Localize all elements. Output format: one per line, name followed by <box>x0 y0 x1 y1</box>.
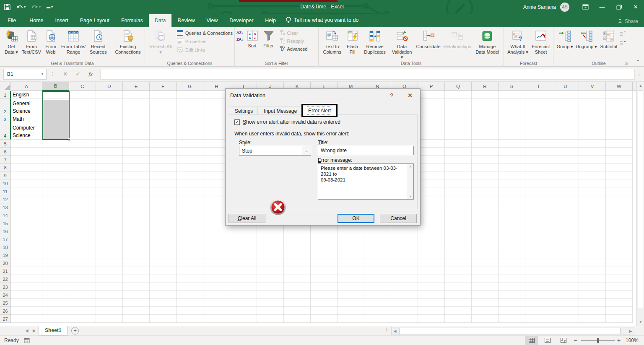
cell-Q15[interactable] <box>445 219 472 227</box>
cell-Q22[interactable] <box>445 275 472 283</box>
cell-D8[interactable] <box>96 163 123 171</box>
get-data-button[interactable]: Get Data ▾ <box>2 28 21 59</box>
cell-B18[interactable] <box>42 243 69 251</box>
new-sheet-button[interactable]: + <box>71 327 79 335</box>
sheet-nav-left-icon[interactable]: ◀ <box>25 328 29 333</box>
cell-V2[interactable] <box>579 99 606 115</box>
cell-J24[interactable] <box>257 291 284 299</box>
undo-button[interactable]: ▾ <box>16 4 26 10</box>
row-header-21[interactable]: 21 <box>0 267 11 275</box>
cell-M21[interactable] <box>338 267 364 275</box>
cell-T27[interactable] <box>525 315 552 323</box>
cell-B4[interactable] <box>42 123 69 140</box>
cell-V16[interactable] <box>579 227 606 235</box>
cell-S17[interactable] <box>499 235 525 243</box>
cell-T21[interactable] <box>525 267 552 275</box>
cell-P22[interactable] <box>418 275 445 283</box>
scroll-up-icon[interactable]: ∧ <box>407 165 414 169</box>
cell-Q23[interactable] <box>445 283 472 291</box>
cell-A5[interactable] <box>11 140 42 148</box>
cell-H16[interactable] <box>203 227 230 235</box>
cell-P5[interactable] <box>418 140 445 148</box>
cell-S16[interactable] <box>499 227 525 235</box>
row-header-9[interactable]: 9 <box>0 171 11 179</box>
scroll-left-icon[interactable]: ◀ <box>392 329 398 333</box>
checkbox-checked-icon[interactable]: ✓ <box>234 119 240 125</box>
cell-F5[interactable] <box>150 140 177 148</box>
zoom-out-button[interactable]: − <box>574 337 577 344</box>
hide-detail-icon[interactable] <box>619 41 626 46</box>
cell-O26[interactable] <box>391 307 418 315</box>
cell-S5[interactable] <box>499 140 525 148</box>
cell-K22[interactable] <box>284 275 311 283</box>
cell-A1[interactable]: English <box>11 91 42 99</box>
cell-J26[interactable] <box>257 307 284 315</box>
cell-B19[interactable] <box>42 251 69 259</box>
cell-R26[interactable] <box>472 307 499 315</box>
cell-P3[interactable] <box>418 115 445 123</box>
tab-view[interactable]: View <box>200 14 223 27</box>
relationships-button[interactable]: Relationships <box>442 28 473 59</box>
cell-W22[interactable] <box>606 275 633 283</box>
cell-G5[interactable] <box>177 140 203 148</box>
cell-F3[interactable] <box>150 115 177 123</box>
dialog-close-button[interactable]: ✕ <box>405 92 415 99</box>
tab-review[interactable]: Review <box>171 14 200 27</box>
cell-H19[interactable] <box>203 251 230 259</box>
cell-M25[interactable] <box>338 299 364 307</box>
cell-K26[interactable] <box>284 307 311 315</box>
cell-M26[interactable] <box>338 307 364 315</box>
column-header-A[interactable]: A <box>11 82 42 91</box>
cell-G7[interactable] <box>177 156 203 163</box>
cell-S9[interactable] <box>499 171 525 179</box>
queries-connections-button[interactable]: Queries & Connections <box>177 30 233 36</box>
cell-D12[interactable] <box>96 195 123 203</box>
cell-R22[interactable] <box>472 275 499 283</box>
cell-E9[interactable] <box>123 171 150 179</box>
cell-C4[interactable] <box>69 123 96 140</box>
cell-L19[interactable] <box>311 251 338 259</box>
cell-A11[interactable] <box>11 187 42 195</box>
cell-A24[interactable] <box>11 291 42 299</box>
column-header-C[interactable]: C <box>69 82 96 91</box>
cell-E14[interactable] <box>123 211 150 219</box>
cell-G21[interactable] <box>177 267 203 275</box>
cell-W7[interactable] <box>606 156 633 163</box>
cell-U13[interactable] <box>552 203 579 211</box>
cell-U9[interactable] <box>552 171 579 179</box>
cell-Q3[interactable] <box>445 115 472 123</box>
cell-B8[interactable] <box>42 163 69 171</box>
row-header-27[interactable]: 27 <box>0 315 11 323</box>
cell-Q14[interactable] <box>445 211 472 219</box>
cell-I16[interactable] <box>230 227 257 235</box>
cell-P16[interactable] <box>418 227 445 235</box>
share-button[interactable]: Share <box>618 18 638 24</box>
cell-F23[interactable] <box>150 283 177 291</box>
cell-M19[interactable] <box>338 251 364 259</box>
cell-C15[interactable] <box>69 219 96 227</box>
cell-C6[interactable] <box>69 148 96 156</box>
cell-Q19[interactable] <box>445 251 472 259</box>
cell-O27[interactable] <box>391 315 418 323</box>
cell-F1[interactable] <box>150 91 177 99</box>
cell-E5[interactable] <box>123 140 150 148</box>
cell-L16[interactable] <box>311 227 338 235</box>
cell-D27[interactable] <box>96 315 123 323</box>
cell-F10[interactable] <box>150 179 177 187</box>
cell-A10[interactable] <box>11 179 42 187</box>
vertical-scrollbar[interactable]: ▲ ▼ <box>636 82 644 326</box>
row-header-20[interactable]: 20 <box>0 259 11 267</box>
cell-U1[interactable] <box>552 91 579 99</box>
cell-Q7[interactable] <box>445 156 472 163</box>
filter-button[interactable]: Filter <box>260 28 277 59</box>
cell-C25[interactable] <box>69 299 96 307</box>
cell-F11[interactable] <box>150 187 177 195</box>
dialog-tab-error-alert[interactable]: Error Alert <box>303 105 336 116</box>
cell-I21[interactable] <box>230 267 257 275</box>
cell-V7[interactable] <box>579 156 606 163</box>
cell-B23[interactable] <box>42 283 69 291</box>
cell-I18[interactable] <box>230 243 257 251</box>
column-header-S[interactable]: S <box>499 82 525 91</box>
cell-V23[interactable] <box>579 283 606 291</box>
column-header-T[interactable]: T <box>525 82 552 91</box>
